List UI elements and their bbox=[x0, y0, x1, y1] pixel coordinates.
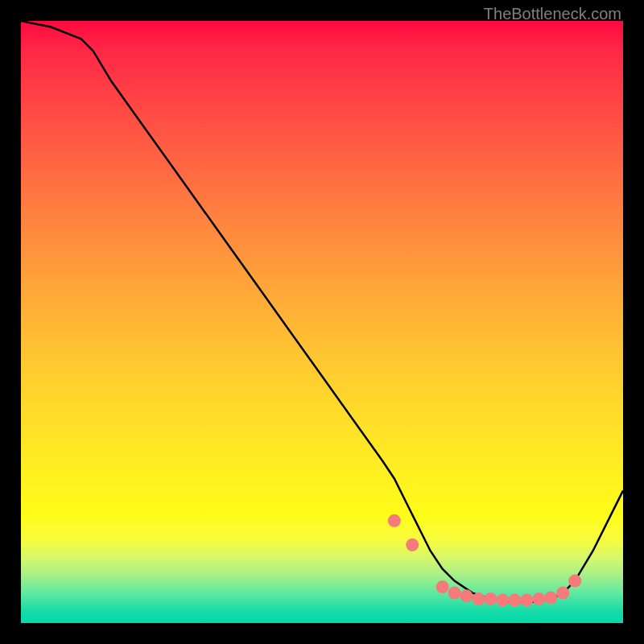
data-point-marker bbox=[460, 589, 473, 602]
data-point-marker bbox=[406, 539, 419, 551]
data-point-marker bbox=[436, 580, 449, 593]
data-point-marker bbox=[532, 592, 545, 605]
data-point-marker bbox=[556, 587, 569, 600]
data-point-marker bbox=[496, 594, 509, 607]
data-point-marker bbox=[568, 575, 581, 588]
chart-container: TheBottleneck.com bbox=[0, 0, 644, 644]
data-point-marker bbox=[473, 592, 485, 605]
plot-area bbox=[21, 21, 623, 623]
watermark-text: TheBottleneck.com bbox=[484, 5, 621, 23]
data-point-marker bbox=[484, 592, 497, 605]
data-point-marker bbox=[388, 514, 401, 527]
data-point-marker bbox=[520, 594, 533, 607]
data-point-markers bbox=[388, 514, 581, 607]
data-point-marker bbox=[544, 592, 557, 605]
data-point-marker bbox=[508, 594, 521, 607]
bottleneck-curve bbox=[21, 21, 623, 602]
curve-overlay bbox=[21, 21, 623, 623]
data-point-marker bbox=[448, 587, 461, 600]
